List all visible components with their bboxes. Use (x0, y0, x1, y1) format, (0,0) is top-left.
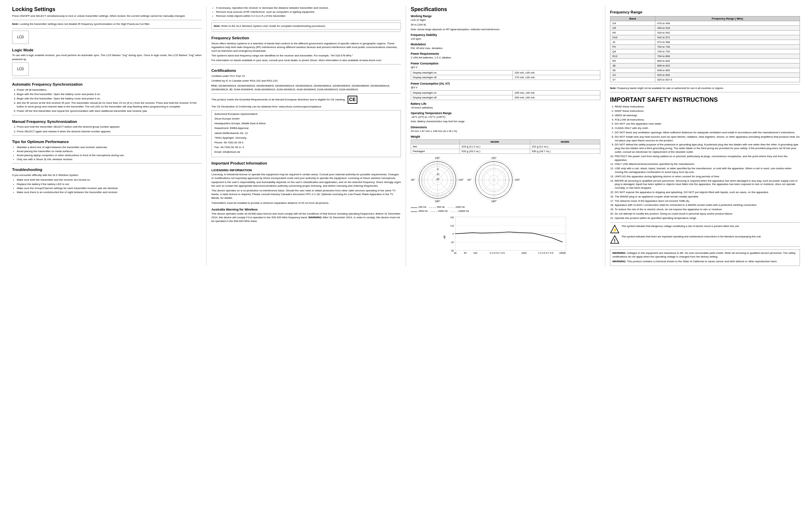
list-item: DO NOT expose the apparatus to dripping … (615, 191, 800, 194)
backlight-on-x4x7-value: 245 mA, ±30 mA (513, 91, 600, 95)
table-row: H5518 to 542 (610, 30, 800, 35)
authorized-label: Authorized European representative: (214, 112, 398, 116)
range-cell: 702 to 726 (655, 44, 800, 49)
logic-mode-body: To use with a logic enabled receiver, yo… (12, 53, 202, 61)
weight-col-mx690: MX690 (460, 140, 530, 144)
divider (211, 93, 401, 94)
power-req-value: 2 LR6 AA batteries, 1.5 V, alkaline (411, 56, 600, 59)
backlight-off-value: 175 mA, ±30 mA (513, 75, 600, 80)
list-item: Begin with the first transmitter. Open t… (17, 92, 202, 96)
table-row: Display backlight on 220 mA, ±30 mA (411, 70, 600, 75)
lightning-triangle-icon: ⚡ (610, 225, 619, 234)
weight-col-mx890: MX890 (530, 140, 600, 144)
afs-title: Automatic Frequency Synchronization (12, 82, 202, 87)
hazard-row-1: ⚡ This symbol indicates that dangerous v… (610, 225, 800, 234)
table-row: H19542 to 572 (610, 35, 800, 40)
warning-box: WARNING: Voltages in this equipment are … (610, 249, 800, 266)
divider (12, 115, 202, 116)
modulation-value: FM, 45 kHz max. deviation (411, 46, 600, 50)
band-cell: G4 (610, 21, 655, 26)
band-cell: R5 (610, 58, 655, 63)
svg-text:-10: -10 (450, 241, 454, 243)
licensing-body-2: This device operates on a no-protection … (211, 189, 401, 200)
table-row: X7925 to 937.5 (610, 77, 800, 82)
list-item: ONLY USE attachments/accessories specifi… (615, 163, 800, 166)
svg-text:-5: -5 (437, 168, 439, 170)
table-row: J3572 to 596 (610, 40, 800, 44)
svg-text:150°: 150° (435, 156, 441, 159)
list-item: FOLLOW all instructions. (615, 118, 800, 122)
list-item: HEED all warnings. (615, 114, 800, 118)
tips-list: Maintain a direct line of sight between … (17, 145, 202, 162)
range-header: Frequency Range ( MHz) (655, 16, 800, 21)
dimensions-value: 43 mm x 87 mm x 148 mm (H x W x D) (411, 129, 600, 133)
table-row: R5800 to 820 (610, 58, 800, 63)
page: Locking Settings Press ON/OFF and SELECT… (0, 0, 812, 272)
range-cell: 838 to 865 (655, 68, 800, 73)
divider (211, 32, 401, 32)
list-item: USE only with a cart, stand, tripod, bra… (615, 167, 800, 174)
svg-text:150°: 150° (458, 178, 464, 181)
svg-text:⚡: ⚡ (612, 227, 618, 233)
freq-range-title: Frequency Range (610, 10, 800, 15)
backlight-on-value: 220 mA, ±30 mA (513, 70, 600, 75)
range-cell: 470 to 494 (655, 21, 800, 26)
safety-instructions-list: READ these instructions.KEEP these instr… (615, 105, 800, 220)
divider (610, 84, 800, 85)
table-row: P4702 to 726 (610, 44, 800, 49)
freq-stability-value: ±10 ppm (411, 37, 600, 41)
band-cell: J3 (610, 40, 655, 44)
tips-continued-list: If necessary, reposition the receiver or… (216, 6, 401, 18)
cert-ic: Certified by IC in Canada under RSS-102 … (211, 79, 401, 83)
authorized-dept: Department: EMEA Approval (214, 126, 398, 130)
polar-legend-2: 2500 Hz 6400 Hz 10000 Hz (411, 210, 600, 213)
weight-col-label (411, 140, 460, 144)
list-item: UNPLUG this apparatus during lightning s… (615, 175, 800, 179)
list-item: Apparatus with CLASS I construction shal… (615, 203, 800, 207)
afs-list: Power off all transmitters. Begin with t… (17, 88, 202, 113)
freq-selection-body-3: For information on bands available in yo… (211, 58, 401, 62)
band-cell: S6 (610, 68, 655, 73)
exclamation-triangle-icon: ! (610, 235, 619, 244)
range-cell: 794 to 806 (655, 54, 800, 58)
freq-selection-title: Frequency Selection (211, 36, 401, 41)
divider (12, 78, 202, 78)
australia-body: This device operates under an ACMA class… (211, 212, 401, 223)
list-item: Make sure there is an unobstructed line … (17, 190, 202, 194)
list-item: Aim the IR sensor at the first receiver … (17, 101, 202, 108)
list-item: Power off all transmitters. (17, 88, 202, 92)
list-item: Do not attempt to modify this product. D… (615, 212, 800, 216)
authorized-address: Jakob-Dieffenbacher-Str. 12 (214, 131, 398, 135)
svg-text:180°: 180° (491, 200, 497, 203)
authorized-phone: Phone: 49-7262-92 49 0 (214, 141, 398, 144)
divider (211, 64, 401, 64)
battery-life-label: Battery Life (411, 102, 600, 105)
band-cell: P4 (610, 44, 655, 49)
table-row: Display backlight off 200 mA, ±30 mA (411, 95, 600, 100)
authorized-city: 75031 Eppingen, Germany (214, 136, 398, 140)
divider (12, 163, 202, 164)
svg-text:-20: -20 (450, 249, 454, 252)
hazard-text-1: This symbol indicates that dangerous vol… (621, 225, 740, 228)
troubleshooting-title: Troubleshooting (12, 168, 202, 172)
net-mx690: 319 g (11.2 oz.) (460, 144, 530, 149)
svg-text:2 3 4 5 6 7 8 9: 2 3 4 5 6 7 8 9 (538, 252, 553, 254)
band-cell: JB (610, 63, 655, 68)
authorized-company: Shure Europe GmbH (214, 117, 398, 121)
list-item: Remove metal objects within 0.3 m (1 ft.… (216, 14, 401, 18)
svg-text:Hz: Hz (507, 255, 511, 256)
band-cell: Q4 (610, 49, 655, 54)
power-consumption-x4x7-label: Power Consumption (X4, X7) (411, 82, 600, 85)
warning-1: WARNING: Voltages in this equipment are … (612, 251, 798, 259)
list-item: Begin with the first transmitter. Open t… (17, 97, 202, 100)
troubleshooting-list: Make sure both the transmitter and the r… (17, 178, 202, 194)
svg-text:50: 50 (464, 252, 467, 254)
list-item: KEEP these instructions. (615, 109, 800, 113)
band-cell: R13 (610, 54, 655, 58)
divider (211, 20, 401, 20)
working-range-label: Working Range (411, 14, 600, 18)
power-consumption-x4x7-sub: @3 V (411, 86, 600, 89)
band-header: Band (610, 16, 655, 21)
list-item: Make sure both the transmitter and the r… (17, 178, 202, 182)
mfs-list: Press and hold the transmitter SELECT bu… (17, 125, 202, 133)
